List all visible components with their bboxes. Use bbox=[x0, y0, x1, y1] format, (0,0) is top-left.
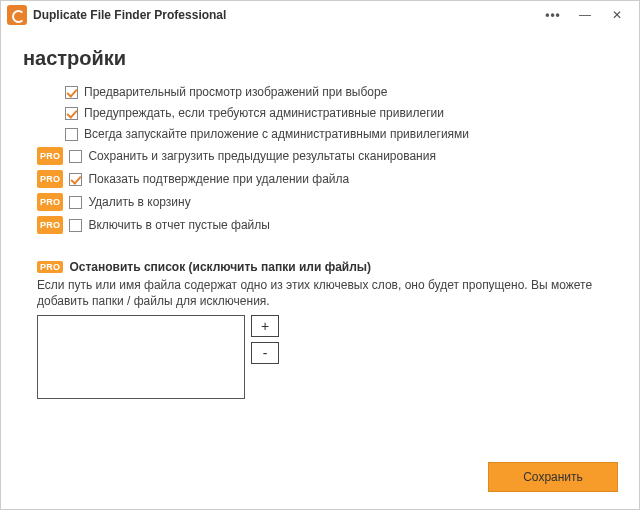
option-label: Предварительный просмотр изображений при… bbox=[84, 84, 387, 100]
option-label: Всегда запускайте приложение с администр… bbox=[84, 126, 469, 142]
checkbox[interactable] bbox=[69, 150, 82, 163]
stoplist-section: PRO Остановить список (исключить папки и… bbox=[37, 260, 617, 399]
option-row: PROВключить в отчет пустые файлы bbox=[37, 216, 617, 234]
stoplist-title: Остановить список (исключить папки или ф… bbox=[69, 260, 371, 274]
more-button[interactable]: ••• bbox=[537, 3, 569, 27]
page-title: настройки bbox=[23, 47, 617, 70]
option-label: Удалить в корзину bbox=[88, 194, 190, 210]
checkbox[interactable] bbox=[69, 173, 82, 186]
content-area: настройки Предварительный просмотр изобр… bbox=[1, 29, 639, 399]
app-icon bbox=[7, 5, 27, 25]
close-button[interactable]: ✕ bbox=[601, 3, 633, 27]
checkbox[interactable] bbox=[69, 196, 82, 209]
option-label: Показать подтверждение при удалении файл… bbox=[88, 171, 349, 187]
footer: Сохранить bbox=[488, 462, 618, 492]
pro-badge: PRO bbox=[37, 261, 63, 273]
save-button[interactable]: Сохранить bbox=[488, 462, 618, 492]
checkbox[interactable] bbox=[65, 107, 78, 120]
stoplist-box[interactable] bbox=[37, 315, 245, 399]
pro-badge: PRO bbox=[37, 216, 63, 234]
option-label: Сохранить и загрузить предыдущие результ… bbox=[88, 148, 436, 164]
checkbox[interactable] bbox=[65, 128, 78, 141]
window-controls: ••• — ✕ bbox=[537, 3, 633, 27]
option-row: PROСохранить и загрузить предыдущие резу… bbox=[37, 147, 617, 165]
option-row: Предупреждать, если требуются администра… bbox=[37, 105, 617, 121]
option-row: PROПоказать подтверждение при удалении ф… bbox=[37, 170, 617, 188]
option-label: Включить в отчет пустые файлы bbox=[88, 217, 270, 233]
checkbox[interactable] bbox=[69, 219, 82, 232]
pro-badge: PRO bbox=[37, 193, 63, 211]
pro-badge: PRO bbox=[37, 170, 63, 188]
option-row: Предварительный просмотр изображений при… bbox=[37, 84, 617, 100]
minimize-button[interactable]: — bbox=[569, 3, 601, 27]
option-label: Предупреждать, если требуются администра… bbox=[84, 105, 444, 121]
titlebar: Duplicate File Finder Professional ••• —… bbox=[1, 1, 639, 29]
stoplist-description: Если путь или имя файла содержат одно из… bbox=[37, 277, 597, 309]
checkbox[interactable] bbox=[65, 86, 78, 99]
options-list: Предварительный просмотр изображений при… bbox=[37, 84, 617, 234]
option-row: PROУдалить в корзину bbox=[37, 193, 617, 211]
pro-badge: PRO bbox=[37, 147, 63, 165]
option-row: Всегда запускайте приложение с администр… bbox=[37, 126, 617, 142]
add-button[interactable]: + bbox=[251, 315, 279, 337]
remove-button[interactable]: - bbox=[251, 342, 279, 364]
app-title: Duplicate File Finder Professional bbox=[33, 8, 537, 22]
